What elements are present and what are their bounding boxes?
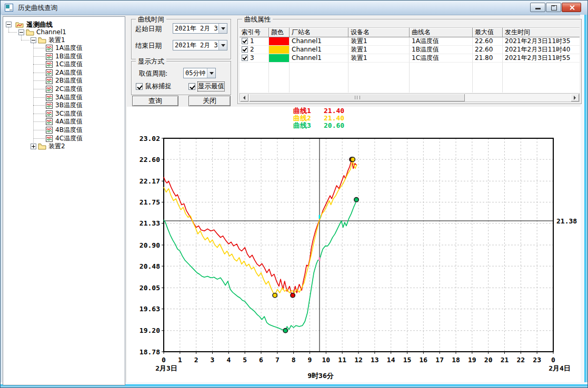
start-date-picker[interactable]: 2021年 2月 3 [173, 23, 227, 34]
y-axis-label: 20.90 [139, 241, 160, 249]
tree-node-device2[interactable]: 装置2 [3, 142, 124, 150]
scroll-right-button[interactable] [571, 94, 579, 101]
legend-name: 曲线1 [293, 107, 324, 115]
checkbox-icon[interactable] [188, 83, 195, 90]
x-axis-label: 18 [452, 356, 460, 364]
x-axis-label: 10 [322, 356, 331, 364]
empty-cell [240, 63, 269, 93]
window-title: 历史曲线查询 [18, 4, 57, 13]
folder-icon [38, 143, 46, 151]
col-device[interactable]: 设备名 [348, 28, 410, 37]
close-window-button[interactable] [562, 3, 581, 12]
collapse-minus-icon[interactable] [6, 22, 12, 27]
start-date-dropdown-button[interactable] [218, 24, 227, 33]
min-marker-1C温度值 [283, 329, 287, 333]
mouse-capture-checkbox[interactable]: 鼠标捕捉 [136, 82, 172, 91]
app-window: 历史曲线查询 遥测曲线Channel1装置11A温度值1B温度值1C温度值2A温… [0, 0, 588, 388]
row-index-cell[interactable]: 3 [240, 54, 269, 63]
end-date-value: 2021年 2月 3 [173, 41, 218, 50]
mouse-capture-label: 鼠标捕捉 [145, 82, 172, 91]
checkbox-icon[interactable] [136, 83, 143, 90]
x-axis-label: 12 [354, 356, 363, 364]
legend-entry: 曲线121.40 [293, 107, 344, 115]
history-curve-chart-panel: 曲线121.40曲线221.40曲线320.60 23.0222.6022.17… [127, 107, 581, 382]
x-axis-label: 17 [435, 356, 444, 364]
row-visible-checkbox[interactable] [242, 38, 248, 44]
tree-leaf-3C温度值[interactable]: 3C温度值 [3, 110, 124, 118]
sample-period-select[interactable]: 05分钟 [183, 68, 216, 78]
close-button[interactable]: 关闭 [188, 96, 231, 106]
row-visible-checkbox[interactable] [242, 46, 248, 53]
check-icon [190, 84, 195, 90]
table-horizontal-scrollbar[interactable] [240, 93, 580, 102]
curve-icon [46, 53, 53, 62]
end-date-dropdown-button[interactable] [218, 40, 227, 50]
tree-leaf-4A温度值[interactable]: 4A温度值 [3, 118, 124, 126]
end-date-picker[interactable]: 2021年 2月 3 [173, 40, 227, 50]
tree-leaf-2C温度值[interactable]: 2C温度值 [3, 85, 124, 93]
table-row[interactable]: 3Channel1装置11C温度值21.802021年2月3日11时55 [240, 54, 580, 63]
history-curve-chart[interactable]: 23.0222.6022.1721.7521.3320.9020.4820.05… [127, 107, 581, 382]
check-icon [137, 84, 142, 90]
sample-period-dropdown-button[interactable] [207, 68, 215, 78]
tree-leaf-4B温度值[interactable]: 4B温度值 [3, 126, 124, 134]
col-color[interactable]: 颜色 [269, 28, 290, 37]
tree-node-root[interactable]: 遥测曲线 [3, 21, 124, 28]
legend-cursor-value: 21.40 [324, 115, 344, 122]
tree-leaf-2B温度值[interactable]: 2B温度值 [3, 77, 124, 85]
row-visible-checkbox[interactable] [242, 55, 248, 61]
tree-leaf-1A温度值[interactable]: 1A温度值 [3, 44, 124, 52]
show-extremes-checkbox[interactable]: 显示最值 [188, 82, 224, 91]
curve-icon [46, 127, 53, 135]
x-axis-label: 14 [387, 356, 395, 364]
title-bar[interactable]: 历史曲线查询 [1, 1, 587, 15]
collapse-minus-icon[interactable] [18, 29, 24, 35]
max-marker-1C温度值 [354, 198, 358, 202]
tree-leaf-3A温度值[interactable]: 3A温度值 [3, 94, 124, 101]
table-row[interactable]: 1Channel1装置11A温度值22.602021年2月3日11时35 [240, 37, 580, 46]
tree-guide-line [21, 35, 22, 40]
scroll-left-button[interactable] [240, 94, 248, 101]
table-empty-area [240, 63, 580, 93]
tree-leaf-4C温度值[interactable]: 4C温度值 [3, 135, 124, 142]
collapse-minus-icon[interactable] [31, 37, 36, 43]
minimize-button[interactable] [530, 3, 545, 12]
col-time[interactable]: 发生时间 [503, 28, 580, 37]
tree-leaf-1B温度值[interactable]: 1B温度值 [3, 53, 124, 60]
tree-item-label: 1A温度值 [55, 44, 83, 52]
col-max[interactable]: 最大值 [473, 28, 503, 37]
arrow-left-icon [243, 96, 245, 100]
tree-item-label: 1B温度值 [55, 53, 83, 60]
tree-leaf-2A温度值[interactable]: 2A温度值 [3, 69, 124, 77]
x-axis-label: 8 [292, 356, 296, 364]
expand-plus-icon[interactable] [31, 144, 36, 149]
chevron-down-icon [221, 27, 225, 30]
tree-leaf-1C温度值[interactable]: 1C温度值 [3, 60, 124, 68]
x-axis-label: 1 [178, 356, 182, 364]
row-time-cell: 2021年2月3日11时55 [503, 54, 580, 63]
row-color-cell [269, 54, 290, 63]
row-time-cell: 2021年2月3日11时35 [503, 37, 580, 46]
col-index[interactable]: 索引号 [240, 28, 269, 37]
maximize-button[interactable] [546, 3, 561, 12]
scrollbar-thumb[interactable] [249, 94, 465, 101]
start-date-value: 2021年 2月 3 [173, 24, 218, 33]
curve-icon [46, 86, 53, 94]
curve-time-group-title: 曲线时间 [136, 15, 166, 24]
tree-leaf-3B温度值[interactable]: 3B温度值 [3, 101, 124, 109]
curve-properties-table: 索引号 颜色 厂站名 设备名 曲线名 最大值 发生时间 1Channel1装置1… [240, 27, 580, 93]
x-axis-label: 4 [226, 356, 231, 364]
query-button[interactable]: 查询 [132, 96, 178, 106]
row-index-cell[interactable]: 1 [240, 37, 269, 46]
x-axis-label: 5 [243, 356, 247, 364]
legend-entry: 曲线221.40 [293, 115, 344, 122]
row-index-cell[interactable]: 2 [240, 46, 269, 54]
col-curve[interactable]: 曲线名 [410, 28, 473, 37]
tree-item-label: 4A温度值 [55, 118, 83, 126]
x-axis-label: 7 [275, 356, 280, 364]
col-station[interactable]: 厂站名 [290, 28, 348, 37]
table-row[interactable]: 2Channel1装置11B温度值22.602021年2月3日11时40 [240, 46, 580, 54]
curve-icon [46, 94, 53, 103]
empty-cell [410, 63, 473, 93]
table-header-row: 索引号 颜色 厂站名 设备名 曲线名 最大值 发生时间 [240, 28, 580, 37]
